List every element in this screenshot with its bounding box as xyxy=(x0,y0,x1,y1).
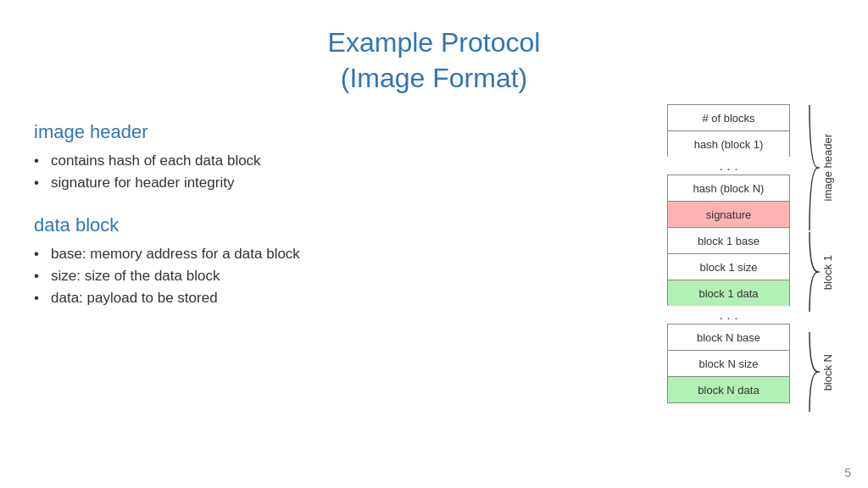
diagram-blocks: # of blockshash (block 1). . .hash (bloc… xyxy=(667,104,803,402)
brace-label: block N xyxy=(821,354,834,391)
diagram-row: signature xyxy=(667,201,790,228)
bullet-item: base: memory address for a data block xyxy=(34,243,650,265)
diagram-row: . . . xyxy=(667,157,790,175)
diagram-row: . . . xyxy=(667,306,790,324)
brace-group: block N xyxy=(808,331,834,413)
brace-group: image header xyxy=(808,104,834,231)
diagram-row: block N size xyxy=(667,350,790,377)
bullet-item: data: payload to be stored xyxy=(34,287,650,309)
bullet-item: signature for header integrity xyxy=(34,172,650,194)
diagram-row: block N base xyxy=(667,324,790,351)
bullet-item: size: size of the data block xyxy=(34,265,650,287)
brace-group: block 1 xyxy=(808,231,834,313)
title-line1: Example Protocol xyxy=(328,27,541,58)
slide-title: Example Protocol (Image Format) xyxy=(34,25,834,96)
brace-label: image header xyxy=(821,134,834,202)
section2-bullets: base: memory address for a data block si… xyxy=(34,243,650,309)
slide: Example Protocol (Image Format) image he… xyxy=(0,0,868,488)
section1-bullets: contains hash of each data block signatu… xyxy=(34,150,650,194)
left-panel: image header contains hash of each data … xyxy=(34,113,650,413)
diagram-wrapper: # of blockshash (block 1). . .hash (bloc… xyxy=(667,104,834,413)
diagram-row: block 1 base xyxy=(667,227,790,254)
diagram-row: block 1 data xyxy=(667,280,790,307)
section1-title: image header xyxy=(34,121,650,143)
brace-spacer xyxy=(808,313,834,331)
diagram-row: hash (block 1) xyxy=(667,130,790,158)
diagram-row: # of blocks xyxy=(667,104,790,131)
brace-column: image headerblock 1block N xyxy=(808,104,834,413)
section2-title: data block xyxy=(34,214,650,236)
diagram-row: hash (block N) xyxy=(667,175,790,202)
right-panel: # of blockshash (block 1). . .hash (bloc… xyxy=(667,104,834,413)
title-line2: (Image Format) xyxy=(341,63,527,93)
brace-label: block 1 xyxy=(821,255,834,290)
diagram-row: block 1 size xyxy=(667,253,790,280)
diagram-row: block N data xyxy=(667,376,790,403)
content-area: image header contains hash of each data … xyxy=(34,113,834,413)
page-number: 5 xyxy=(844,466,851,480)
bullet-item: contains hash of each data block xyxy=(34,150,650,172)
